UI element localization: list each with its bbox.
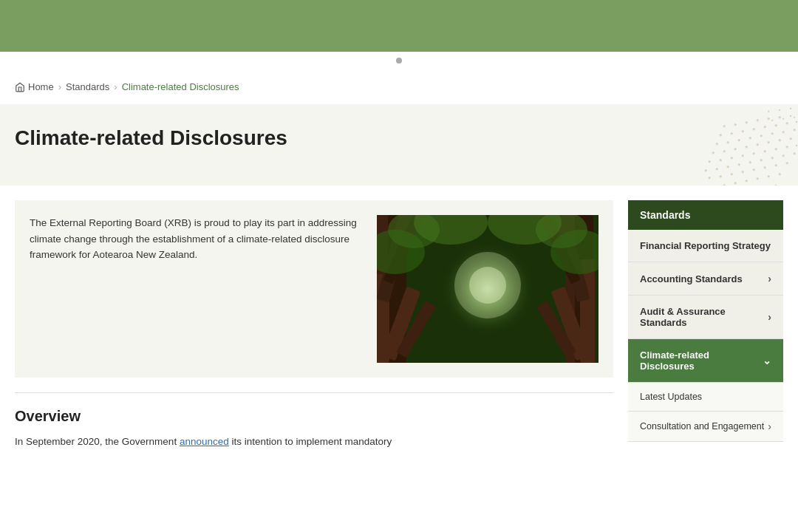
breadcrumb-home-label: Home [28,81,54,92]
svg-point-54 [763,166,766,169]
climate-chevron-icon: ⌄ [763,355,771,366]
breadcrumb-sep-2: › [114,81,117,92]
intro-card: The External Reporting Board (XRB) is pr… [15,200,613,378]
sidebar-subitem-consultation-label: Consultation and Engagement [640,421,764,432]
svg-point-55 [774,164,777,167]
overview-title: Overview [15,408,613,425]
svg-point-79 [768,111,770,113]
svg-point-80 [779,109,781,112]
svg-point-51 [730,173,733,176]
svg-point-82 [771,120,774,122]
content-wrapper: The External Reporting Board (XRB) is pr… [0,185,798,465]
overview-section: Overview In September 2020, the Governme… [15,408,613,450]
sidebar-item-audit[interactable]: Audit & Assurance Standards › [628,296,783,339]
svg-point-44 [748,161,751,164]
sidebar-subitem-latest-updates[interactable]: Latest Updates [628,383,783,412]
breadcrumb-standards-label: Standards [66,81,109,92]
overview-text-before: In September 2020, the Government [15,436,180,447]
svg-point-52 [741,171,744,174]
svg-point-50 [719,175,722,178]
page-title: Climate-related Disclosures [15,126,783,150]
sidebar-item-climate-label: Climate-related Disclosures [640,349,763,372]
svg-point-39 [796,145,798,147]
svg-point-24 [723,150,726,153]
overview-link-text: announced [180,436,229,447]
sidebar-item-accounting-link[interactable]: Accounting Standards › [628,262,783,295]
svg-point-58 [723,184,726,185]
svg-point-60 [745,180,748,183]
overview-text-after: its intention to implement mandatory [229,436,392,447]
svg-point-47 [782,154,785,157]
accounting-chevron-icon: › [768,273,771,284]
svg-point-31 [708,160,711,163]
svg-point-63 [778,173,781,176]
sidebar-subitem-latest-updates-link[interactable]: Latest Updates [628,383,783,411]
svg-point-46 [771,157,774,160]
sidebar: Standards Financial Reporting Strategy A… [628,200,783,442]
breadcrumb: Home › Standards › Climate-related Discl… [0,69,798,104]
svg-point-22 [793,129,796,132]
announced-link[interactable]: announced [180,436,229,447]
forest-image [377,215,598,363]
svg-point-4 [767,117,770,120]
sidebar-subitem-consultation-link[interactable]: Consultation and Engagement › [628,412,783,441]
svg-point-30 [789,137,792,140]
svg-point-5 [778,116,781,119]
intro-text: The External Reporting Board (XRB) is pr… [30,215,362,363]
svg-point-6 [790,115,792,117]
page-header: Climate-related Disclosures [0,104,798,185]
svg-point-32 [719,159,722,162]
sidebar-subitem-latest-updates-label: Latest Updates [640,392,702,402]
scroll-dot [396,58,402,64]
svg-point-36 [763,150,766,153]
breadcrumb-standards-link[interactable]: Standards [66,81,109,92]
breadcrumb-home-link[interactable]: Home [15,81,54,92]
audit-chevron-icon: › [768,311,771,323]
sidebar-item-financial-reporting-label: Financial Reporting Strategy [640,240,771,251]
intro-image [377,215,598,363]
breadcrumb-sep-1: › [58,81,61,92]
svg-point-61 [756,177,759,180]
sidebar-item-climate-link[interactable]: Climate-related Disclosures ⌄ [628,339,783,382]
svg-point-3 [756,119,759,122]
svg-point-35 [752,152,755,155]
svg-point-84 [794,117,796,119]
content-divider [15,392,613,393]
svg-point-38 [785,146,788,149]
scroll-indicator [0,52,798,69]
svg-point-43 [737,163,740,166]
main-content: The External Reporting Board (XRB) is pr… [15,200,613,450]
svg-point-49 [708,177,711,180]
sidebar-header: Standards [628,200,783,230]
sidebar-item-climate[interactable]: Climate-related Disclosures ⌄ [628,339,783,383]
svg-point-69 [775,185,777,186]
svg-point-13 [785,122,788,125]
svg-point-48 [793,152,796,155]
svg-point-45 [760,159,763,162]
svg-point-23 [712,151,715,154]
svg-point-108 [469,267,506,304]
svg-point-83 [782,118,785,120]
top-banner [0,0,798,52]
sidebar-item-financial-reporting-link[interactable]: Financial Reporting Strategy [628,230,783,262]
sidebar-item-financial-reporting[interactable]: Financial Reporting Strategy [628,230,783,262]
svg-point-53 [752,168,755,171]
svg-point-40 [704,169,707,172]
sidebar-item-accounting[interactable]: Accounting Standards › [628,262,783,296]
breadcrumb-current: Climate-related Disclosures [122,81,239,92]
svg-point-42 [726,166,729,168]
consultation-chevron-icon: › [768,420,771,432]
home-icon [15,82,25,92]
svg-point-59 [734,182,737,185]
overview-text: In September 2020, the Government announ… [15,434,613,450]
sidebar-item-audit-label: Audit & Assurance Standards [640,306,768,328]
sidebar-item-accounting-label: Accounting Standards [640,273,743,284]
svg-point-62 [767,175,770,178]
svg-point-34 [741,154,744,157]
main-container: Home › Standards › Climate-related Discl… [0,69,798,465]
svg-point-41 [715,168,718,171]
sidebar-subitem-consultation[interactable]: Consultation and Engagement › [628,412,783,442]
svg-point-81 [790,108,792,110]
svg-point-33 [730,157,733,160]
sidebar-item-audit-link[interactable]: Audit & Assurance Standards › [628,296,783,338]
